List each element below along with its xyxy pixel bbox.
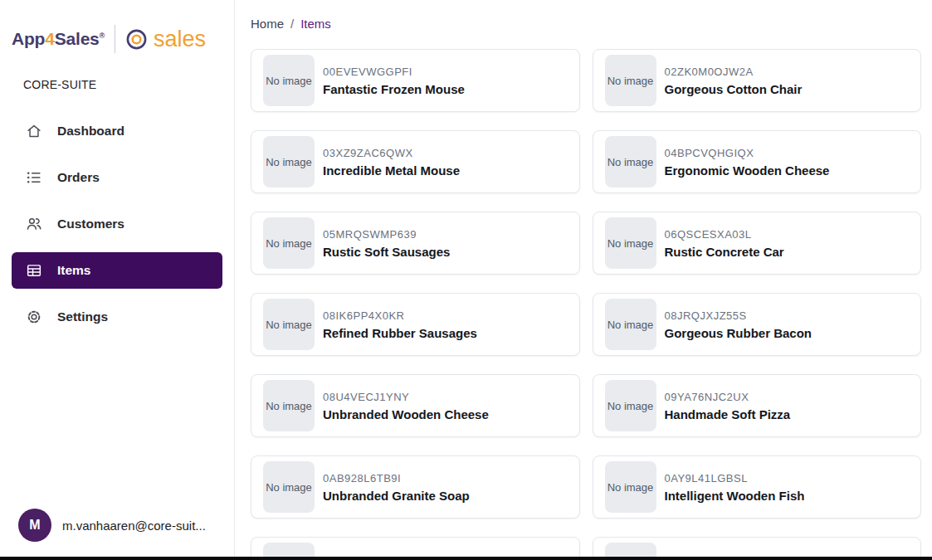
app-window: App4Sales® sales CORE-SUITE Dashboard Or… (0, 0, 932, 560)
item-card-text: 09YA76NJC2UX Handmade Soft Pizza (665, 391, 791, 421)
avatar-initial: M (29, 518, 40, 533)
logo-product-name: sales (154, 28, 206, 51)
sidebar-item-settings[interactable]: Settings (12, 299, 222, 335)
item-code: 09YA76NJC2UX (665, 391, 791, 403)
item-name: Refined Rubber Sausages (323, 326, 477, 340)
registered-mark: ® (100, 32, 105, 40)
item-card-text: 05MRQSWMP639 Rustic Soft Sausages (323, 228, 450, 259)
item-name: Rustic Concrete Car (665, 245, 784, 259)
item-card-text: 04BPCVQHGIQX Ergonomic Wooden Cheese (665, 147, 830, 178)
app4sales-logo-text: App4Sales® (12, 29, 105, 49)
item-card-text: 08U4VECJ1YNY Unbranded Wooden Cheese (323, 391, 489, 421)
item-card-text: 08JRQJXJZ55S Gorgeous Rubber Bacon (665, 309, 812, 340)
item-card-text: 0AY9L41LGBSL Intelligent Wooden Fish (665, 472, 805, 503)
item-code: 06QSCESXA03L (665, 228, 784, 241)
sidebar-nav: Dashboard Orders Customers Items Setting… (0, 113, 234, 335)
breadcrumb-current: Items (300, 17, 331, 31)
item-card[interactable]: No image 09YA76NJC2UX Handmade Soft Pizz… (593, 374, 922, 437)
item-name: Incredible Metal Mouse (323, 163, 460, 178)
logo-divider (115, 25, 115, 53)
item-card[interactable]: No image 08IK6PP4X0KR Refined Rubber Sau… (251, 293, 580, 356)
item-name: Ergonomic Wooden Cheese (665, 163, 830, 178)
orders-icon (25, 168, 43, 187)
item-card[interactable]: No image 03XZ9ZAC6QWX Incredible Metal M… (251, 130, 580, 193)
item-code: 03XZ9ZAC6QWX (323, 147, 460, 159)
item-code: 0AY9L41LGBSL (665, 472, 805, 485)
brand-part: App (12, 29, 45, 48)
no-image-placeholder: No image (605, 136, 656, 187)
sidebar-item-label: Settings (57, 309, 108, 324)
item-name: Intelligent Wooden Fish (665, 489, 805, 503)
item-code: 08IK6PP4X0KR (323, 309, 477, 322)
no-image-placeholder: No image (263, 55, 315, 106)
breadcrumb: Home / Items (235, 0, 932, 31)
item-name: Fantastic Frozen Mouse (323, 82, 465, 96)
brand-part: Sales (55, 29, 100, 48)
sidebar-item-label: Orders (57, 170, 100, 185)
no-image-placeholder: No image (263, 461, 315, 513)
sidebar-item-orders[interactable]: Orders (12, 159, 222, 196)
item-card-text: 03XZ9ZAC6QWX Incredible Metal Mouse (323, 147, 460, 178)
sidebar-item-dashboard[interactable]: Dashboard (12, 113, 222, 149)
item-card-text: 08IK6PP4X0KR Refined Rubber Sausages (323, 309, 477, 340)
item-card-text: 0AB928L6TB9I Unbranded Granite Soap (323, 472, 470, 503)
item-card[interactable]: No image 02ZK0M0OJW2A Gorgeous Cotton Ch… (593, 49, 922, 112)
no-image-placeholder: No image (605, 461, 656, 513)
no-image-placeholder: No image (605, 217, 656, 269)
bullseye-icon (125, 28, 148, 51)
item-code: 04BPCVQHGIQX (665, 147, 830, 159)
item-card[interactable]: No image 08U4VECJ1YNY Unbranded Wooden C… (251, 374, 580, 437)
gear-icon (25, 308, 43, 326)
item-name: Unbranded Granite Soap (323, 489, 470, 503)
item-card-text: 06QSCESXA03L Rustic Concrete Car (665, 228, 784, 259)
no-image-placeholder: No image (263, 380, 315, 431)
item-card[interactable]: No image 06QSCESXA03L Rustic Concrete Ca… (593, 212, 922, 275)
items-icon (25, 261, 43, 280)
item-card-text: 02ZK0M0OJW2A Gorgeous Cotton Chair (665, 66, 803, 96)
item-card[interactable]: No image 00EVEVWGGPFI Fantastic Frozen M… (251, 49, 580, 112)
item-name: Handmade Soft Pizza (665, 407, 791, 421)
no-image-placeholder: No image (263, 217, 315, 269)
customers-icon (25, 215, 43, 233)
main-content: Home / Items No image 00EVEVWGGPFI Fanta… (235, 0, 932, 560)
item-card[interactable]: No image 08JRQJXJZ55S Gorgeous Rubber Ba… (593, 293, 922, 356)
sidebar-item-label: Dashboard (57, 124, 124, 139)
item-code: 02ZK0M0OJW2A (665, 66, 803, 78)
home-icon (25, 122, 43, 140)
avatar: M (18, 509, 51, 542)
item-code: 0AB928L6TB9I (323, 472, 470, 485)
item-code: 05MRQSWMP639 (323, 228, 450, 241)
sidebar-item-label: Items (57, 263, 91, 278)
app-logo: App4Sales® sales (0, 0, 234, 53)
no-image-placeholder: No image (263, 136, 315, 187)
item-card[interactable]: No image 04BPCVQHGIQX Ergonomic Wooden C… (593, 130, 922, 193)
item-name: Gorgeous Cotton Chair (665, 82, 803, 96)
sidebar-item-label: Customers (57, 217, 124, 231)
sidebar-item-items[interactable]: Items (12, 252, 222, 289)
breadcrumb-separator: / (290, 17, 294, 31)
no-image-placeholder: No image (605, 380, 656, 431)
item-card-text: 00EVEVWGGPFI Fantastic Frozen Mouse (323, 66, 465, 96)
item-card[interactable]: No image 0AY9L41LGBSL Intelligent Wooden… (593, 455, 922, 519)
breadcrumb-home[interactable]: Home (251, 17, 284, 31)
brand-accent: 4 (45, 29, 54, 48)
no-image-placeholder: No image (605, 55, 656, 106)
sidebar: App4Sales® sales CORE-SUITE Dashboard Or… (0, 0, 235, 560)
item-card[interactable]: No image 0AB928L6TB9I Unbranded Granite … (251, 455, 580, 519)
org-label: CORE-SUITE (23, 78, 234, 91)
no-image-placeholder: No image (263, 299, 315, 350)
items-grid: No image 00EVEVWGGPFI Fantastic Frozen M… (235, 49, 932, 560)
item-card[interactable]: No image 05MRQSWMP639 Rustic Soft Sausag… (251, 212, 580, 275)
item-name: Unbranded Wooden Cheese (323, 407, 489, 421)
user-account[interactable]: M m.vanhaaren@core-suit... (18, 509, 206, 542)
user-email: m.vanhaaren@core-suit... (62, 519, 206, 533)
no-image-placeholder: No image (605, 299, 656, 350)
item-code: 00EVEVWGGPFI (323, 66, 465, 78)
item-code: 08JRQJXJZ55S (665, 309, 812, 322)
window-bottom-edge (0, 557, 932, 560)
sidebar-item-customers[interactable]: Customers (12, 206, 222, 242)
item-name: Gorgeous Rubber Bacon (665, 326, 812, 340)
item-name: Rustic Soft Sausages (323, 245, 450, 259)
item-code: 08U4VECJ1YNY (323, 391, 489, 403)
